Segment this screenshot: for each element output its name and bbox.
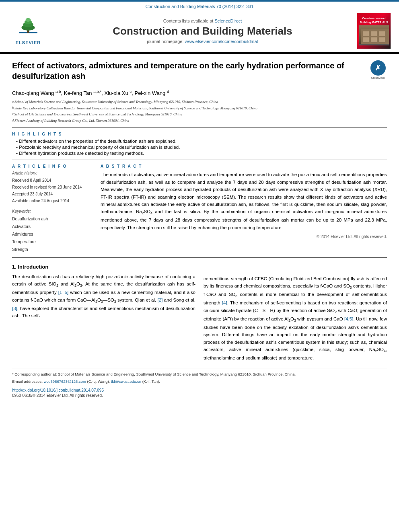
elsevier-logo: ELSEVIER — [8, 17, 48, 45]
abstract-col: A B S T R A C T The methods of activator… — [101, 164, 387, 253]
svg-rect-7 — [363, 31, 369, 36]
email-link-1[interactable]: wcq59867623@126.com — [44, 379, 86, 384]
svg-rect-11 — [371, 37, 377, 42]
abstract-label: A B S T R A C T — [101, 164, 387, 168]
keyword-4: Temperature — [12, 238, 93, 246]
page: Construction and Building Materials 70 (… — [0, 0, 399, 532]
ref-3[interactable]: [3] — [12, 306, 17, 311]
highlights-label: H I G H L I G H T S — [12, 132, 387, 136]
svg-point-5 — [26, 18, 31, 21]
crossmark-icon: ✗ — [370, 60, 386, 76]
journal-reference: Construction and Building Materials 70 (… — [0, 2, 399, 10]
crossmark-badge: ✗ CrossMark — [369, 60, 387, 79]
crossmark-label: CrossMark — [371, 76, 385, 79]
footnote-area: * Corresponding author at: School of Mat… — [12, 368, 387, 398]
keyword-2: Activators — [12, 223, 93, 230]
article-info-label: A R T I C L E I N F O — [12, 164, 93, 168]
received-date: Received 8 April 2014 — [12, 177, 93, 184]
elsevier-tree-icon — [16, 17, 40, 39]
svg-rect-8 — [371, 31, 377, 36]
highlight-item-1: Different activators on the properties o… — [16, 139, 387, 144]
footnote-email: E-mail addresses: wcq59867623@126.com (C… — [12, 379, 387, 384]
svg-rect-13 — [359, 44, 389, 45]
highlight-item-2: Pozzolanic reactivity and mechanical pro… — [16, 145, 387, 150]
issn-line: 0950-0618/© 2014 Elsevier Ltd. All right… — [12, 393, 387, 398]
introduction-col-right: cementitious strength of CFBC (Circulati… — [204, 264, 387, 362]
introduction-body-left: The desulfurization ash has a relatively… — [12, 273, 195, 320]
keyword-5: Strength — [12, 246, 93, 253]
svg-rect-9 — [379, 31, 385, 36]
info-abstract-section: A R T I C L E I N F O Article history: R… — [12, 164, 387, 253]
keyword-3: Admixtures — [12, 230, 93, 238]
ref-2[interactable]: [2] — [158, 298, 163, 302]
introduction-col-left: 1. Introduction The desulfurization ash … — [12, 264, 195, 362]
highlight-item-3: Different hydration products are detecte… — [16, 151, 387, 156]
authors-line: Chao-qiang Wang a,b, Ke-feng Tan a,b,*, … — [12, 89, 387, 96]
divider-3 — [12, 257, 387, 258]
keyword-1: Desulfurization ash — [12, 215, 93, 223]
keywords-section: Keywords: Desulfurization ash Activators… — [12, 209, 93, 253]
journal-homepage: journal homepage: www.elsevier.com/locat… — [48, 39, 357, 44]
abstract-text: The methods of activators, active minera… — [101, 171, 387, 231]
journal-header-center: Contents lists available at ScienceDirec… — [48, 18, 357, 44]
journal-title: Construction and Building Materials — [48, 25, 357, 37]
highlights-list: Different activators on the properties o… — [16, 139, 387, 156]
journal-header: ELSEVIER Contents lists available at Sci… — [0, 10, 399, 53]
introduction-body-right: cementitious strength of CFBC (Circulati… — [204, 275, 387, 362]
svg-rect-12 — [379, 37, 385, 42]
affiliation-c: c School of Life Science and Engineering… — [12, 112, 387, 117]
cover-title: Construction and Building MATERIALS — [359, 16, 389, 24]
article-info-col: A R T I C L E I N F O Article history: R… — [12, 164, 93, 253]
highlights-section: H I G H L I G H T S Different activators… — [12, 132, 387, 156]
divider-2 — [12, 160, 387, 160]
article-title: Effect of activators, admixtures and tem… — [12, 60, 365, 81]
copyright-line: © 2014 Elsevier Ltd. All rights reserved… — [101, 234, 387, 239]
doi-link[interactable]: http://dx.doi.org/10.1016/j.conbuildmat.… — [12, 388, 104, 392]
history-dates: Received 8 April 2014 Received in revise… — [12, 177, 93, 204]
main-content: Effect of activators, admixtures and tem… — [0, 54, 399, 406]
svg-rect-10 — [363, 37, 369, 42]
divider-1 — [12, 127, 387, 128]
keywords-label: Keywords: — [12, 209, 93, 214]
journal-cover-thumbnail: Construction and Building MATERIALS — [357, 13, 391, 49]
keywords-list: Desulfurization ash Activators Admixture… — [12, 215, 93, 253]
cover-image — [359, 25, 389, 45]
affiliation-d: d Xiamen Academy of Building Research Gr… — [12, 118, 387, 124]
ref-4-5[interactable]: [4,5] — [344, 316, 353, 321]
affiliations: a School of Materials Science and Engine… — [12, 99, 387, 123]
online-date: Available online 24 August 2014 — [12, 197, 93, 204]
affiliation-b: b State Key Laboratory Cultivation Base … — [12, 106, 387, 111]
email-link-2[interactable]: tkf@swust.edu.cn — [111, 379, 141, 384]
article-title-section: Effect of activators, admixtures and tem… — [12, 60, 387, 84]
revised-date: Received in revised form 23 June 2014 — [12, 184, 93, 191]
sciencedirect-link[interactable]: ScienceDirect — [214, 18, 242, 23]
accepted-date: Accepted 23 July 2014 — [12, 191, 93, 197]
introduction-section: 1. Introduction The desulfurization ash … — [12, 264, 387, 362]
elsevier-wordmark: ELSEVIER — [16, 40, 41, 45]
sciencedirect-line: Contents lists available at ScienceDirec… — [48, 18, 357, 23]
ref-1-5[interactable]: [1–5] — [58, 290, 69, 295]
homepage-url[interactable]: www.elsevier.com/locate/conbuildmat — [185, 39, 258, 44]
affiliation-a: a School of Materials Science and Engine… — [12, 99, 387, 105]
article-history-label: Article history: — [12, 171, 93, 175]
introduction-title: 1. Introduction — [12, 264, 195, 270]
ref-4[interactable]: [4] — [222, 300, 227, 305]
cover-building-icon — [359, 25, 389, 45]
footnote-corresponding: * Corresponding author at: School of Mat… — [12, 372, 387, 377]
